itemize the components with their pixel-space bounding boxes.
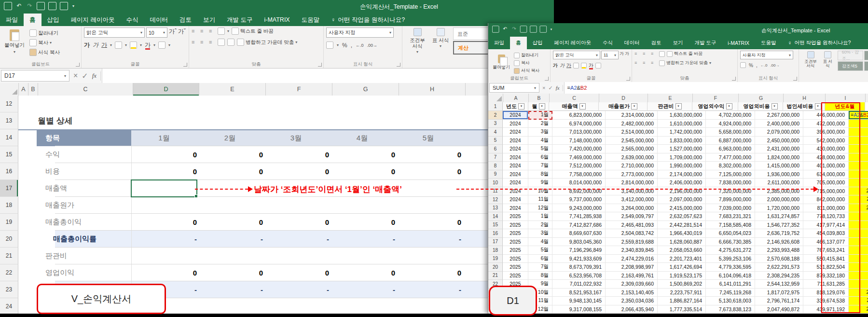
format-as-table-button[interactable]: 표 서식	[820, 51, 836, 69]
row-header-18[interactable]: 18	[0, 197, 18, 214]
cell[interactable]: 811,000,000	[803, 204, 849, 213]
tab-menu[interactable]: 삽입	[527, 37, 549, 49]
cell[interactable]: 1,936,000,000	[755, 170, 803, 179]
filter-header-년도[interactable]: 년도▾	[503, 102, 528, 111]
conditional-formatting-button[interactable]: 조건부 서식	[801, 51, 820, 69]
cell[interactable]: 2,066,435,940	[606, 305, 658, 314]
cell[interactable]: 2,450,000,000	[755, 137, 803, 145]
fill-color-icon[interactable]	[581, 63, 587, 69]
name-box[interactable]: SUM▾	[489, 83, 539, 93]
cell[interactable]: 7,420,000,000	[552, 145, 606, 153]
cell[interactable]: 1,527,000,000	[658, 145, 706, 153]
cell[interactable]: 2월	[528, 120, 552, 128]
insert-function-icon[interactable]: fx	[92, 72, 96, 80]
cell[interactable]: 1,777,335,514	[658, 305, 706, 314]
cell[interactable]: 20244월	[849, 137, 868, 145]
paste-button[interactable]: 붙여넣기	[491, 51, 512, 74]
cell[interactable]: 2,400,000,000	[755, 120, 803, 128]
cell[interactable]: 20242월	[849, 120, 868, 128]
cell[interactable]: 202511월	[849, 297, 868, 305]
align-left-icon[interactable]: ≡	[634, 60, 641, 66]
number-format-select[interactable]: 사용자 지정▾	[326, 28, 394, 38]
cell[interactable]: 1,610,000,000	[658, 120, 706, 128]
formula-input[interactable]: =A2&B2	[564, 82, 868, 94]
decrease-decimal-button[interactable]: .00→	[770, 63, 779, 68]
cell[interactable]: 9,737,000,000	[552, 195, 606, 204]
cell[interactable]: 634,000,000	[803, 170, 849, 179]
cell[interactable]: 6월	[528, 153, 552, 162]
underline-button[interactable]: 가	[101, 41, 107, 49]
column-header-D[interactable]: D	[599, 94, 648, 102]
cell[interactable]: -	[329, 281, 406, 298]
enter-icon[interactable]: ✓	[548, 85, 552, 91]
cell[interactable]: 7월	[528, 263, 552, 272]
cell[interactable]: 9,421,933,609	[552, 255, 606, 263]
row-header-20[interactable]: 20	[0, 231, 18, 248]
align-middle-icon[interactable]: ≡	[200, 28, 207, 34]
cell[interactable]: 20248월	[849, 170, 868, 179]
cell[interactable]: 2,406,000,000	[658, 179, 706, 187]
dialog-launcher-icon[interactable]	[626, 77, 630, 81]
undo-icon[interactable]: ↶	[502, 26, 508, 32]
cell[interactable]: 879,332,180	[803, 272, 849, 280]
cell[interactable]: 2,773,000,000	[606, 170, 658, 179]
font-name-select[interactable]: 맑은 고딕▾	[84, 28, 145, 38]
row-header-12[interactable]: 12	[0, 96, 18, 112]
row-header-16[interactable]: 16	[488, 229, 503, 238]
cell[interactable]: 2024	[503, 137, 528, 145]
cell[interactable]: 7,245,119,268	[706, 289, 755, 297]
cell[interactable]: 2024	[503, 153, 528, 162]
row-header-10[interactable]: 10	[488, 179, 503, 187]
cell[interactable]: 0	[329, 214, 406, 231]
cell[interactable]: 842,000,000	[803, 195, 849, 204]
cell[interactable]: 7,039,000,000	[706, 204, 755, 213]
cell[interactable]: 430,000,000	[803, 145, 849, 153]
cell[interactable]: 1,919,523,175	[658, 272, 706, 280]
cell[interactable]: 7,741,285,938	[552, 212, 606, 221]
column-header-F[interactable]: F	[266, 83, 332, 96]
filter-dropdown-icon[interactable]: ▾	[675, 103, 682, 110]
cell-style-강조색5[interactable]: 강조색5	[838, 61, 864, 71]
tab-menu[interactable]: 수식	[597, 37, 619, 49]
cell[interactable]: 2,415,000,000	[658, 204, 706, 213]
cell[interactable]: 2,267,000,000	[755, 111, 803, 120]
cell[interactable]: 2025	[503, 255, 528, 263]
cell[interactable]: 1월	[528, 212, 552, 221]
cell[interactable]: 2024	[503, 111, 528, 120]
cell[interactable]: 542,000,000	[803, 137, 849, 145]
cell[interactable]: 202510월	[849, 289, 868, 297]
cell[interactable]: 7,512,000,000	[552, 162, 606, 170]
cell[interactable]: 5월	[528, 145, 552, 153]
italic-button[interactable]: 가	[93, 41, 98, 49]
cell[interactable]: 20251월	[849, 212, 868, 221]
percent-style-button[interactable]: %	[342, 42, 347, 49]
cell[interactable]: 5,399,253,106	[706, 255, 755, 263]
save-icon[interactable]	[492, 26, 499, 32]
undo-icon[interactable]: ↶	[15, 2, 23, 10]
cell[interactable]: 2,474,229,016	[606, 255, 658, 263]
cell[interactable]: 2,163,499,761	[606, 272, 658, 280]
table-header-month[interactable]: 4월	[329, 130, 395, 146]
table-header-month[interactable]: 5월	[395, 130, 461, 146]
cell[interactable]: 20249월	[849, 179, 868, 187]
cell[interactable]: 2,350,034,036	[606, 297, 658, 305]
font-color-icon[interactable]: 가	[589, 62, 593, 69]
cell[interactable]: 2025	[503, 221, 528, 230]
cell[interactable]: 8,014,000,000	[552, 179, 606, 187]
cell[interactable]: 446,000,000	[803, 111, 849, 120]
cell[interactable]: 3,412,000,000	[606, 195, 658, 204]
filter-dropdown-icon[interactable]: ▾	[631, 103, 637, 110]
font-color-icon[interactable]: 가	[145, 41, 151, 49]
cell[interactable]: 1,990,000,000	[658, 162, 706, 170]
cell[interactable]: 4,779,336,595	[706, 263, 755, 272]
cell[interactable]: 4월	[528, 137, 552, 145]
row-header-7[interactable]: 7	[488, 153, 503, 162]
cell[interactable]: 11월	[528, 195, 552, 204]
conditional-formatting-button[interactable]: 조건부 서식▾	[405, 28, 430, 55]
cell[interactable]: 0	[197, 264, 274, 281]
tab-file[interactable]: 파일	[488, 37, 510, 49]
cell[interactable]: 1,886,827,164	[658, 297, 706, 305]
cell[interactable]: 0	[329, 264, 406, 281]
cell[interactable]: 2,504,083,742	[606, 229, 658, 238]
dialog-launcher-icon[interactable]	[545, 77, 549, 81]
